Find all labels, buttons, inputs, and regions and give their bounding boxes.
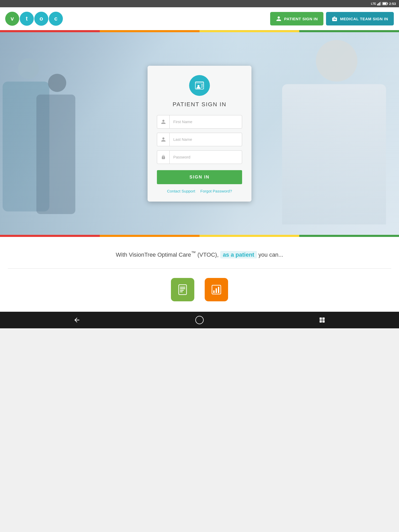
first-name-input[interactable] [170, 119, 242, 124]
svg-rect-0 [377, 4, 378, 5]
person-center-shape [36, 74, 78, 217]
recents-icon [319, 317, 325, 323]
medical-team-signin-label: MEDICAL TEAM SIGN IN [340, 17, 388, 21]
document-icon [176, 283, 189, 296]
password-group [157, 150, 242, 164]
recents-button[interactable] [316, 314, 329, 327]
tagline-vtoc: (VTOC), [197, 251, 218, 258]
logo-o: o [34, 12, 48, 26]
svg-rect-6 [387, 3, 388, 4]
stripe-orange [100, 30, 200, 32]
signin-label: SIGN IN [189, 175, 209, 179]
person-right-shape [282, 40, 391, 227]
marketing-tagline: With VisionTree Optimal Care™ (VTOC), as… [8, 249, 391, 259]
svg-rect-13 [179, 285, 187, 295]
trademark-symbol: ™ [191, 250, 196, 256]
svg-rect-16 [180, 290, 184, 291]
hero-section: PATIENT SIGN IN [0, 32, 399, 235]
stripe-green [299, 30, 399, 32]
last-name-group [157, 133, 242, 146]
patient-signin-button[interactable]: PATIENT SIGN IN [270, 12, 323, 25]
stripe-bottom-red [0, 235, 100, 237]
signin-card: PATIENT SIGN IN [148, 66, 251, 202]
svg-rect-21 [218, 287, 219, 293]
person-icon [276, 16, 282, 22]
card-links: Contact Support Forgot Password? [157, 189, 242, 193]
svg-rect-23 [320, 318, 322, 320]
signin-button[interactable]: SIGN IN [157, 170, 242, 184]
chart-icon [210, 283, 223, 296]
marketing-section: With VisionTree Optimal Care™ (VTOC), as… [0, 237, 399, 312]
svg-rect-11 [201, 86, 203, 86]
tagline-pre: With VisionTree Optimal Care [116, 251, 191, 258]
svg-rect-15 [180, 288, 185, 289]
svg-rect-5 [383, 3, 386, 5]
stripe-yellow [200, 30, 299, 32]
first-name-group [157, 115, 242, 129]
marketing-icon-green [171, 278, 194, 301]
svg-rect-19 [213, 290, 215, 293]
time-display: 2:53 [389, 2, 396, 6]
header: v t o c PATIENT SIGN IN MEDICAL TEAM SIG… [0, 7, 399, 30]
briefcase-icon [332, 16, 337, 22]
tagline-highlight: as a patient [220, 251, 257, 258]
stripe-bottom-yellow [200, 235, 299, 237]
svg-rect-17 [180, 291, 183, 292]
tagline-post: you can... [258, 251, 283, 258]
patient-card-icon [194, 80, 205, 91]
svg-rect-10 [201, 84, 203, 85]
svg-point-9 [197, 85, 200, 87]
svg-rect-1 [378, 3, 379, 5]
color-stripe-bottom [0, 235, 399, 237]
medical-team-signin-button[interactable]: MEDICAL TEAM SIGN IN [326, 12, 394, 25]
back-icon [73, 316, 81, 324]
signal-icon [377, 2, 381, 5]
patient-signin-label: PATIENT SIGN IN [284, 17, 318, 21]
svg-rect-20 [216, 288, 217, 293]
stripe-bottom-orange [100, 235, 200, 237]
bottom-nav [0, 312, 399, 328]
contact-support-link[interactable]: Contact Support [167, 189, 195, 193]
svg-rect-3 [380, 2, 381, 5]
last-name-input[interactable] [170, 137, 242, 142]
last-name-icon [157, 133, 170, 146]
svg-rect-8 [195, 82, 204, 84]
svg-rect-14 [180, 287, 185, 288]
nav-buttons: PATIENT SIGN IN MEDICAL TEAM SIGN IN [270, 12, 394, 25]
home-button[interactable] [193, 314, 206, 327]
logo-t: t [20, 12, 34, 26]
marketing-divider [8, 268, 391, 269]
svg-rect-25 [320, 320, 322, 323]
lte-icon: LTE [371, 2, 376, 5]
card-icon-circle [189, 75, 210, 96]
lock-icon [157, 151, 170, 164]
svg-point-22 [196, 316, 203, 324]
battery-icon [382, 2, 388, 5]
first-name-icon [157, 115, 170, 128]
stripe-red [0, 30, 100, 32]
color-stripe-top [0, 30, 399, 32]
stripe-bottom-green [299, 235, 399, 237]
logo-v: v [5, 12, 19, 26]
logo-c: c [49, 12, 63, 26]
card-title: PATIENT SIGN IN [157, 101, 242, 108]
svg-rect-12 [201, 87, 203, 88]
svg-rect-26 [322, 320, 325, 323]
svg-rect-24 [322, 318, 325, 320]
marketing-icons [8, 278, 391, 301]
back-button[interactable] [70, 314, 83, 327]
status-bar: LTE 2:53 [0, 0, 399, 7]
status-icons: LTE 2:53 [371, 2, 396, 6]
forgot-password-link[interactable]: Forgot Password? [200, 189, 232, 193]
home-circle-icon [195, 316, 204, 324]
logo: v t o c [5, 12, 63, 26]
marketing-icon-orange [205, 278, 228, 301]
password-input[interactable] [170, 155, 242, 159]
svg-rect-2 [379, 2, 380, 5]
